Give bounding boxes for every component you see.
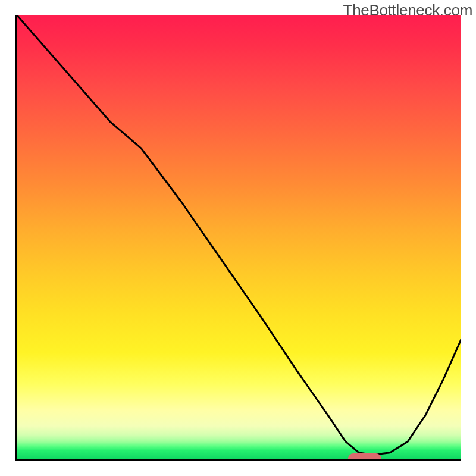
optimal-marker [348, 453, 381, 461]
plot-area [15, 15, 461, 461]
chart-stage: TheBottleneck.com [0, 0, 476, 476]
bottleneck-curve [17, 15, 461, 459]
